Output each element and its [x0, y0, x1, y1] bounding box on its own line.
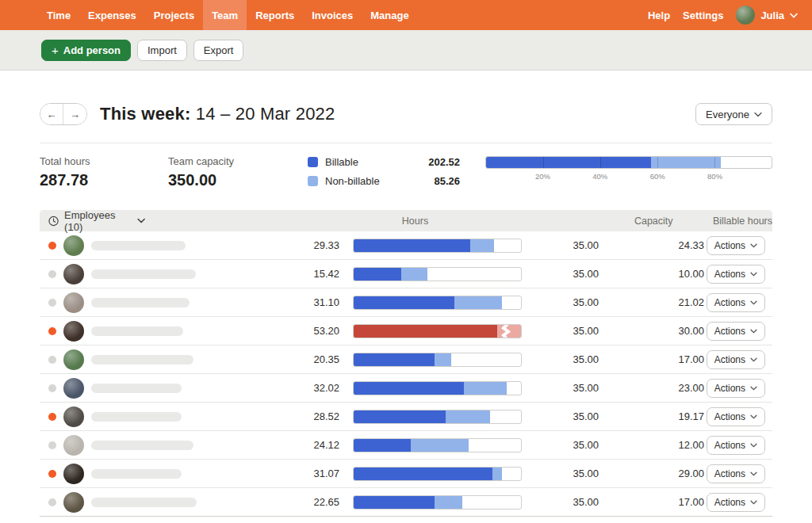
bar-nonbillable-segment [446, 410, 490, 423]
actions-dropdown-button[interactable]: Actions [707, 265, 765, 284]
progress-tick-label: 40% [592, 172, 607, 181]
actions-dropdown-button[interactable]: Actions [707, 350, 765, 369]
employee-name-placeholder [91, 326, 183, 336]
employee-name-placeholder [91, 298, 190, 307]
employee-name-placeholder [91, 269, 196, 279]
user-avatar [736, 6, 755, 25]
hours-bar [353, 381, 522, 395]
table-row: 20.3535.0017.00Actions [40, 345, 772, 374]
employee-cell [40, 349, 285, 370]
nav-time[interactable]: Time [38, 0, 79, 30]
actions-dropdown-button[interactable]: Actions [707, 436, 765, 455]
import-button[interactable]: Import [137, 40, 187, 61]
nav-help[interactable]: Help [648, 10, 670, 21]
hours-bar-cell [353, 267, 522, 281]
progress-tick-labels: 20%40%60%80% [485, 172, 772, 183]
actions-cell: Actions [707, 322, 765, 341]
billable-value: 23.00 [599, 382, 704, 394]
actions-dropdown-button[interactable]: Actions [707, 464, 765, 483]
table-row: 32.0235.0023.00Actions [40, 374, 772, 403]
billable-label: Billable [325, 156, 358, 168]
billable-value: 24.33 [599, 239, 704, 251]
nav-invoices[interactable]: Invoices [303, 0, 362, 30]
billable-value: 12.00 [599, 439, 704, 451]
actions-cell: Actions [707, 379, 765, 398]
hours-bar-cell [353, 381, 522, 395]
employee-avatar [63, 264, 84, 284]
table-row: 15.4235.0010.00Actions [40, 260, 772, 288]
status-dot-active [48, 413, 56, 421]
chevron-down-icon [754, 112, 762, 117]
bar-billable-segment [354, 296, 454, 309]
nav-settings[interactable]: Settings [683, 10, 723, 21]
table-row: 28.5235.0019.17Actions [40, 403, 772, 431]
progress-nonbillable-fill [651, 157, 721, 168]
nav-reports[interactable]: Reports [247, 0, 303, 30]
employee-avatar [63, 349, 84, 370]
billable-value: 10.00 [599, 268, 704, 280]
table-row: 22.6535.0017.00Actions [40, 488, 772, 517]
column-header-hours: Hours [146, 216, 429, 227]
chevron-down-icon [750, 272, 757, 277]
employee-name-placeholder [91, 441, 193, 450]
hours-bar-cell [353, 239, 522, 253]
employees-dropdown[interactable]: Employees (10) [40, 209, 146, 233]
actions-dropdown-button[interactable]: Actions [707, 322, 765, 341]
actions-dropdown-button[interactable]: Actions [707, 493, 765, 512]
actions-dropdown-button[interactable]: Actions [707, 407, 765, 426]
status-dot-active [48, 470, 56, 478]
capacity-value: 35.00 [522, 239, 599, 251]
employee-cell [40, 464, 285, 484]
employee-avatar [63, 407, 84, 427]
legend-billable: Billable 202.52 [308, 156, 460, 168]
bar-nonbillable-segment [411, 439, 469, 452]
progress-tick [714, 157, 715, 168]
nav-projects[interactable]: Projects [145, 0, 203, 30]
actions-dropdown-button[interactable]: Actions [707, 293, 765, 312]
hours-bar [353, 296, 522, 310]
actions-cell: Actions [707, 436, 765, 455]
employee-cell [40, 435, 285, 456]
chevron-down-icon [750, 443, 757, 448]
employee-name-placeholder [91, 355, 193, 365]
billable-value: 29.00 [599, 468, 704, 479]
chevron-down-icon [750, 500, 757, 505]
employee-cell [40, 492, 285, 513]
total-hours-stat: Total hours 287.78 [40, 155, 168, 189]
actions-dropdown-button[interactable]: Actions [707, 236, 765, 255]
chevron-down-icon [790, 13, 798, 18]
employee-name-placeholder [91, 469, 182, 479]
capacity-value: 35.00 [522, 353, 599, 365]
hours-bar-cell [353, 410, 522, 424]
bar-nonbillable-segment [492, 468, 502, 480]
employee-avatar [63, 464, 84, 484]
status-dot-active [48, 242, 56, 250]
add-person-button[interactable]: + Add person [41, 40, 131, 61]
status-dot-inactive [48, 441, 56, 449]
next-week-button[interactable]: → [63, 104, 86, 124]
chevron-down-icon [750, 300, 757, 305]
hours-bar-cell [353, 324, 522, 338]
employee-avatar [63, 378, 84, 399]
prev-week-button[interactable]: ← [40, 104, 63, 124]
actions-dropdown-button[interactable]: Actions [707, 379, 765, 398]
user-menu[interactable]: Julia [736, 6, 798, 25]
nav-manage[interactable]: Manage [362, 0, 417, 30]
employees-label: Employees (10) [64, 209, 132, 233]
employee-cell [40, 292, 285, 313]
employee-cell [40, 321, 285, 342]
export-button[interactable]: Export [193, 40, 244, 61]
bar-billable-segment [354, 239, 470, 252]
nav-team[interactable]: Team [203, 0, 247, 30]
table-header: Employees (10) Hours Capacity Billable h… [40, 210, 772, 231]
toolbar: + Add person Import Export [0, 30, 812, 71]
nav-expenses[interactable]: Expenses [79, 0, 145, 30]
hours-bar [353, 324, 522, 338]
everyone-filter-dropdown[interactable]: Everyone [695, 103, 772, 125]
billable-legend: Billable 202.52 Non-billable 85.26 [308, 155, 460, 187]
table-row: 24.1235.0012.00Actions [40, 431, 772, 460]
hours-bar [353, 239, 522, 253]
hours-value: 28.52 [285, 410, 339, 422]
capacity-value: 35.00 [522, 296, 599, 308]
nonbillable-swatch [308, 176, 318, 186]
